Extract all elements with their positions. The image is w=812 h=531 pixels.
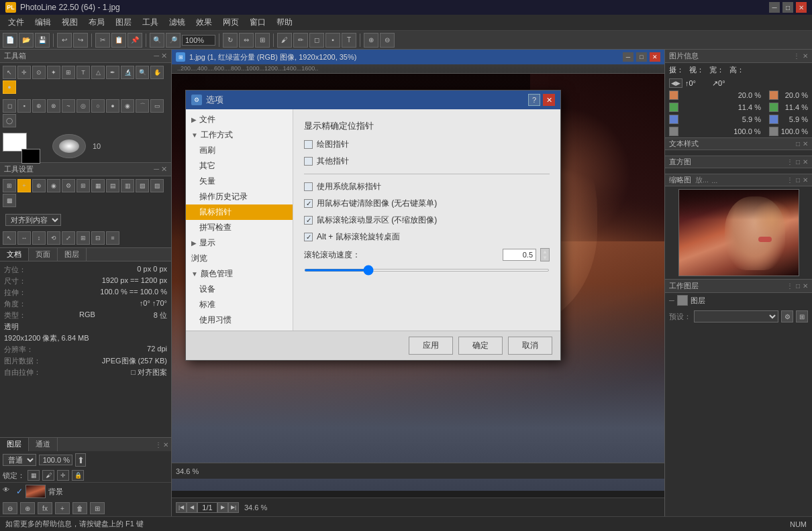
lock-move[interactable]: ✛ [57,470,69,481]
histogram-menu[interactable]: ⋮ [786,158,793,166]
tool-magic-wand[interactable]: ✦ [47,66,60,79]
coord-input-toggle[interactable]: ◀▶ [669,78,682,88]
slider-value-input[interactable] [503,249,536,261]
zoom-input[interactable] [182,35,215,46]
first-page-btn[interactable]: |◀ [176,502,187,513]
tool-sponge[interactable]: ◉ [121,99,134,113]
menu-filter[interactable]: 滤镜 [164,15,191,30]
tool-burn[interactable]: ● [106,99,119,113]
tree-browse[interactable]: 浏览 [186,251,293,266]
tree-usage[interactable]: 使用习惯 [186,312,293,328]
page-input[interactable] [197,502,217,513]
opt-transform-8[interactable]: ≡ [106,231,119,245]
layers-minus-icon[interactable]: ─ [669,296,674,304]
tool-ellipse[interactable]: ◯ [3,114,16,127]
maximize-button[interactable]: □ [782,2,793,13]
opt-btn-9[interactable]: ▥ [121,179,134,192]
layers-panel-close[interactable]: ✕ [163,441,168,449]
menu-tools[interactable]: 工具 [137,15,164,30]
tb-pencil[interactable]: ✏ [293,33,308,48]
opt-btn-10[interactable]: ▧ [136,179,149,192]
opt-btn-2[interactable]: + [17,179,31,192]
slider-spinner[interactable]: ▲ ▼ [540,248,550,261]
opt-btn-11[interactable]: ▨ [150,179,164,192]
info-menu-icon[interactable]: ⋮ [793,52,800,60]
scroll-speed-slider[interactable] [304,269,550,272]
thumbnail-dots[interactable]: ... [711,176,717,184]
opt-transform-4[interactable]: ⟲ [47,231,60,245]
tool-crop[interactable]: ⊞ [62,66,75,79]
checkbox-alt-rotate-box[interactable] [304,233,313,241]
tree-spellcheck[interactable]: 拼写检查 [186,220,293,235]
opt-transform-2[interactable]: ↔ [17,231,31,245]
tb-new[interactable]: 📄 [3,33,17,48]
tb-copy[interactable]: 📋 [111,33,126,48]
tool-hand[interactable]: ✋ [150,66,164,79]
tree-device[interactable]: 设备 [186,282,293,297]
tab-page[interactable]: 页面 [29,248,58,261]
tree-workmode[interactable]: ▼ 工作方式 [186,127,293,143]
tb-paste[interactable]: 📌 [128,33,142,48]
blend-mode-select[interactable]: 普通 [3,454,36,466]
wl-restore[interactable]: □ [796,282,800,290]
menu-effects[interactable]: 效果 [191,15,217,30]
tb-brush[interactable]: 🖌 [277,33,292,48]
tb-open[interactable]: 📂 [19,33,34,48]
tree-brush[interactable]: 画刷 [186,143,293,158]
ok-button[interactable]: 确定 [458,337,503,355]
opt-btn-3[interactable]: ⊕ [32,179,46,192]
align-select[interactable]: 对齐到内容 [5,214,61,226]
thumbnail-close[interactable]: ✕ [803,176,808,184]
thumbnail-more[interactable]: 放... [695,175,709,185]
tb-crop[interactable]: ⊞ [255,33,270,48]
wl-close[interactable]: ✕ [803,282,808,290]
tb-eraser[interactable]: ◻ [309,33,324,48]
checkbox-scroll-pan-box[interactable] [304,216,313,225]
menu-layer[interactable]: 图层 [110,15,137,30]
opacity-spinner[interactable]: ⬆ [75,453,86,467]
tool-options-close[interactable]: ─ ✕ [154,165,167,174]
tree-vector[interactable]: 矢量 [186,174,293,189]
menu-window[interactable]: 窗口 [244,15,271,30]
tool-pen[interactable]: ✒ [106,66,119,79]
text-style-close[interactable]: ✕ [803,140,808,148]
lock-paint[interactable]: 🖌 [42,470,54,481]
histogram-close[interactable]: ✕ [803,158,808,166]
tool-text[interactable]: T [77,66,90,79]
histogram-restore[interactable]: □ [796,158,800,166]
tool-heal[interactable]: ⊗ [47,99,60,113]
tb-text[interactable]: T [342,33,356,48]
tb-save[interactable]: 💾 [35,33,50,48]
tab-layers[interactable]: 图层 [0,438,29,451]
layer-new[interactable]: + [55,502,70,514]
opt-btn-4[interactable]: ◉ [47,179,60,192]
tool-shape[interactable]: △ [91,66,105,79]
layer-name[interactable]: 背景 [48,487,63,497]
opt-btn-7[interactable]: ▦ [91,179,105,192]
tree-standard[interactable]: 标准 [186,297,293,312]
opt-btn-8[interactable]: ▤ [106,179,119,192]
tab-channels[interactable]: 通道 [29,438,58,451]
tree-history[interactable]: 操作历史记录 [186,189,293,204]
layers-panel-menu[interactable]: ⋮ [155,441,162,449]
layer-link[interactable]: ⊖ [3,502,17,514]
tree-colormanage[interactable]: ▼ 颜色管理 [186,266,293,282]
lock-all[interactable]: 🔒 [72,470,84,481]
tool-rect[interactable]: ▭ [150,99,164,113]
close-button[interactable]: ✕ [796,2,807,13]
tb-redo[interactable]: ↪ [73,33,88,48]
info-close-icon[interactable]: ✕ [803,52,808,60]
checkbox-other-cursor-box[interactable] [304,157,313,166]
dialog-close-button[interactable]: ✕ [543,94,555,106]
layer-visibility[interactable]: 👁 [3,486,13,497]
opt-btn-12[interactable]: ▩ [3,194,16,207]
tab-document[interactable]: 文档 [0,248,29,261]
tb-undo[interactable]: ↩ [57,33,72,48]
cancel-button[interactable]: 取消 [508,337,552,355]
tree-cursor[interactable]: 鼠标指针 [186,204,293,220]
menu-layout[interactable]: 布局 [83,15,110,30]
minimize-button[interactable]: ─ [769,2,780,13]
color-swatches[interactable] [3,133,36,160]
tb-cut[interactable]: ✂ [95,33,110,48]
opt-transform-3[interactable]: ↕ [32,231,46,245]
